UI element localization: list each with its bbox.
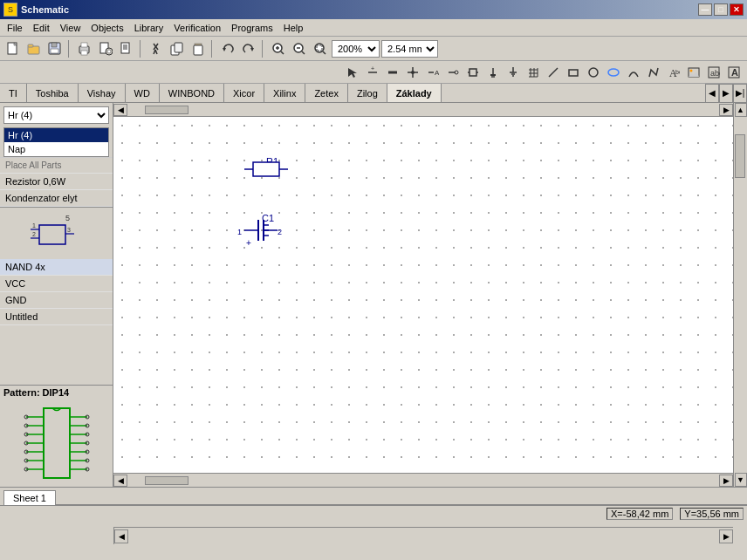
comp-vcc[interactable]: VCC <box>0 276 113 292</box>
print-preview-button[interactable] <box>96 39 115 58</box>
page-setup-button[interactable] <box>117 39 136 58</box>
add-pin-tool[interactable] <box>443 64 463 81</box>
add-bus-tool[interactable] <box>383 64 402 81</box>
lib-tab-toshiba[interactable]: Toshiba <box>27 84 79 102</box>
scroll-thumb-v[interactable] <box>735 134 745 178</box>
mm-select[interactable]: 2.54 mm <box>381 40 438 58</box>
resistor-r1[interactable]: R1 <box>244 156 288 176</box>
svg-rect-12 <box>121 43 129 53</box>
add-ground-tool[interactable] <box>504 64 523 81</box>
title-bar-left: S Schematic <box>3 3 69 17</box>
v-scrollbar[interactable]: ▲ ▼ <box>733 103 747 487</box>
zoom-area-button[interactable] <box>311 39 330 58</box>
add-component-tool[interactable] <box>463 64 483 81</box>
maximize-button[interactable]: □ <box>714 3 728 16</box>
lib-tab-zaklady[interactable]: Základy <box>387 84 442 102</box>
undo-button[interactable] <box>218 39 237 58</box>
paste-button[interactable] <box>188 39 208 58</box>
close-button[interactable]: ✕ <box>730 3 744 16</box>
component-dropdown[interactable]: Hr (4) Nap <box>3 106 109 124</box>
add-label-tool[interactable]: A <box>423 64 442 81</box>
arc-tool[interactable] <box>624 64 643 81</box>
zoom-select[interactable]: 200% <box>332 40 380 58</box>
scroll-up-btn[interactable]: ▲ <box>735 103 747 117</box>
menu-objects[interactable]: Objects <box>86 21 128 35</box>
print-button[interactable] <box>75 39 94 58</box>
lib-tab-xilinx[interactable]: Xilinx <box>264 84 305 102</box>
lib-tab-next[interactable]: ▶ <box>719 84 733 103</box>
redo-button[interactable] <box>239 39 258 58</box>
add-wire-tool[interactable]: + <box>363 64 382 81</box>
copy-button[interactable] <box>168 39 187 58</box>
place-all-parts[interactable]: Place All Parts <box>0 157 113 174</box>
menu-view[interactable]: View <box>55 21 86 35</box>
text-tool[interactable]: Abc <box>664 64 683 81</box>
dropdown-item-nap[interactable]: Nap <box>4 142 108 156</box>
comp-nand4x[interactable]: NAND 4x <box>0 259 113 276</box>
menu-programs[interactable]: Programs <box>226 21 278 35</box>
add-power-tool[interactable] <box>483 64 503 81</box>
comp-rezistor[interactable]: Rezistor 0,6W <box>0 174 113 190</box>
capacitor-c1[interactable]: C1 1 2 + <box>237 213 282 248</box>
lib-tab-wd[interactable]: WD <box>126 84 160 102</box>
lib-tab-winbond[interactable]: WINBOND <box>160 84 224 102</box>
ellipse-tool[interactable] <box>604 64 623 81</box>
scroll-thumb-h2[interactable] <box>145 476 188 485</box>
svg-line-19 <box>155 50 157 54</box>
lib-tab-prev[interactable]: ◀ <box>705 84 719 103</box>
zoom-in-button[interactable] <box>269 39 288 58</box>
extra-tool-2[interactable]: A <box>724 64 744 81</box>
svg-text:+: + <box>246 238 251 248</box>
comp-untitled[interactable]: Untitled <box>0 309 113 325</box>
app-title: Schematic <box>21 4 69 15</box>
menu-edit[interactable]: Edit <box>28 21 55 35</box>
dropdown-item-hr4[interactable]: Hr (4) <box>4 128 108 142</box>
scroll-right-btn3[interactable]: ▶ <box>719 529 733 543</box>
lib-tab-end[interactable]: ▶| <box>733 84 747 103</box>
lib-tab-zilog[interactable]: Zilog <box>348 84 387 102</box>
menu-verification[interactable]: Verification <box>168 21 226 35</box>
scroll-thumb-h[interactable] <box>145 106 188 114</box>
image-tool[interactable] <box>684 64 703 81</box>
lib-tab-zetex[interactable]: Zetex <box>305 84 348 102</box>
menu-help[interactable]: Help <box>278 21 309 35</box>
extra-tool[interactable]: abc <box>704 64 723 81</box>
circle-tool[interactable] <box>584 64 603 81</box>
svg-text:+: + <box>371 66 374 72</box>
schematic-area[interactable]: ◀ ▶ R1 C1 1 <box>113 103 747 487</box>
bottom-hscroll[interactable]: ◀ ▶ <box>113 527 733 544</box>
h-scrollbar-bottom[interactable]: ◀ ▶ <box>113 473 733 487</box>
scroll-down-btn[interactable]: ▼ <box>735 473 747 487</box>
menu-library[interactable]: Library <box>129 21 169 35</box>
new-button[interactable] <box>3 39 23 58</box>
h-scrollbar-top[interactable]: ◀ ▶ <box>113 103 733 117</box>
open-button[interactable] <box>24 39 44 58</box>
scroll-left-btn3[interactable]: ◀ <box>114 529 128 543</box>
sheet-tab-1[interactable]: Sheet 1 <box>3 490 56 505</box>
rect-tool[interactable] <box>564 64 583 81</box>
grid-tool[interactable] <box>524 64 543 81</box>
minimize-button[interactable]: — <box>698 3 712 16</box>
add-junction-tool[interactable] <box>403 64 422 81</box>
menu-file[interactable]: File <box>2 21 28 35</box>
comp-kondenzator[interactable]: Kondenzator elyt <box>0 190 113 207</box>
lib-tab-xicor[interactable]: Xicor <box>224 84 264 102</box>
comp-gnd[interactable]: GND <box>0 292 113 309</box>
scroll-right-btn2[interactable]: ▶ <box>719 475 733 487</box>
lib-tab-ti[interactable]: TI <box>0 84 27 102</box>
svg-marker-24 <box>223 48 226 51</box>
select-tool[interactable] <box>343 64 362 81</box>
bezier-tool[interactable] <box>644 64 663 81</box>
schematic-canvas[interactable]: R1 C1 1 2 + <box>113 117 733 473</box>
save-button[interactable] <box>45 39 65 58</box>
scroll-left-btn2[interactable]: ◀ <box>113 475 127 487</box>
svg-text:abc: abc <box>710 69 720 78</box>
scroll-left-btn[interactable]: ◀ <box>113 104 127 116</box>
zoom-out-button[interactable] <box>290 39 309 58</box>
lib-tab-vishay[interactable]: Vishay <box>79 84 126 102</box>
line-tool[interactable] <box>544 64 563 81</box>
scroll-right-btn[interactable]: ▶ <box>719 104 733 116</box>
cut-button[interactable] <box>147 39 166 58</box>
svg-point-11 <box>107 50 111 53</box>
toolbar-1: 200% 2.54 mm <box>0 37 747 61</box>
